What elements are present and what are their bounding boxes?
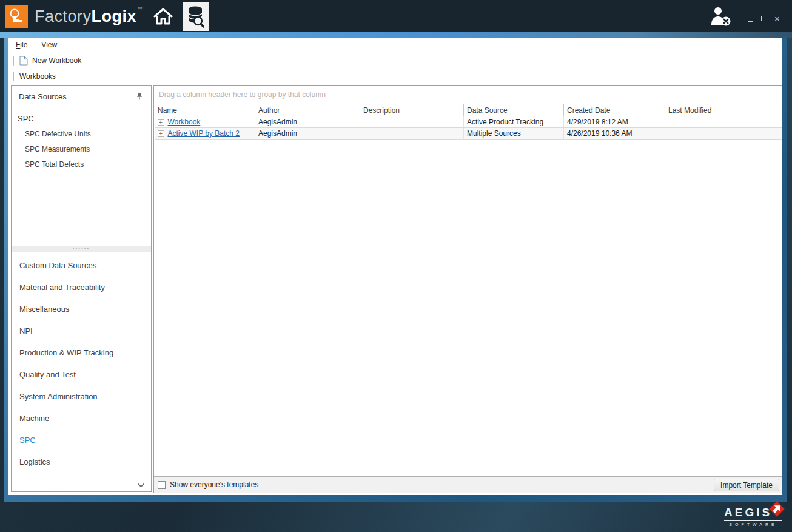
menu-separator [33,41,33,50]
factorylogix-logo-icon [5,5,28,28]
aegis-logo-text: AEGIS [724,506,772,519]
aegis-arrow-icon [767,499,787,519]
cell-author: AegisAdmin [255,116,360,128]
logout-user-button[interactable] [709,5,733,27]
sidebar-item-spc-defective-units[interactable]: SPC Defective Units [25,130,151,138]
cell-created-date: 4/26/2019 10:36 AM [564,128,665,140]
window-frame: File View New Workbook Workbooks [4,38,787,502]
sidebar-item-spc-total-defects[interactable]: SPC Total Defects [25,160,151,169]
data-sources-title: Data Sources [19,92,67,101]
aegis-logo-tagline: SOFTWARE [724,522,782,527]
category-npi[interactable]: NPI [12,320,151,342]
import-template-button[interactable]: Import Template [714,479,779,491]
minimize-button[interactable] [747,14,754,22]
category-production-wip-tracking[interactable]: Production & WIP Tracking [12,342,151,363]
category-custom-data-sources[interactable]: Custom Data Sources [12,254,151,276]
menu-view[interactable]: View [38,39,61,51]
cell-data-source: Active Product Tracking [464,116,564,128]
tab-workbooks[interactable]: Workbooks [19,72,56,81]
category-machine[interactable]: Machine [12,407,151,429]
spc-group-header[interactable]: SPC [18,114,151,123]
menu-bar: File View [8,38,782,52]
menu-file[interactable]: File [12,39,31,51]
title-bar: FactoryLogix™ [0,0,792,32]
close-button[interactable]: × [773,14,781,22]
sidebar-item-spc-measurements[interactable]: SPC Measurements [25,145,151,153]
cell-last-modified [665,128,782,140]
pin-icon[interactable] [136,93,143,101]
cell-description [360,116,464,128]
cell-data-source: Multiple Sources [464,128,564,140]
workbook-link[interactable]: Active WIP by Batch 2 [168,129,240,138]
table-row[interactable]: +Active WIP by Batch 2 AegisAdmin Multip… [155,128,782,140]
cell-last-modified [665,116,782,128]
show-everyones-templates-checkbox[interactable] [158,481,166,489]
tabrow-grip[interactable] [13,72,15,81]
user-logout-icon [709,5,733,27]
category-system-administration[interactable]: System Administration [12,385,151,407]
desktop-background: FactoryLogix™ [0,0,792,532]
column-header-name[interactable]: Name [155,104,255,116]
group-by-drop-area[interactable]: Drag a column header here to group by th… [154,86,782,104]
panel-splitter[interactable]: ...... [12,246,151,252]
cell-author: AegisAdmin [255,128,360,140]
workbooks-table: Name Author Description Data Source Crea… [154,104,782,140]
window-frame-top [0,32,792,38]
home-icon [153,7,173,25]
tab-row: Workbooks [8,69,782,84]
category-spc[interactable]: SPC [12,429,151,451]
category-miscellaneous[interactable]: Miscellaneous [12,298,151,320]
cell-created-date: 4/29/2019 8:12 AM [564,116,665,128]
table-header-row: Name Author Description Data Source Crea… [155,104,782,116]
app-title: FactoryLogix™ [35,6,143,26]
home-button[interactable] [150,1,176,31]
expand-row-icon[interactable]: + [158,130,164,137]
aegis-software-logo: AEGIS SOFTWARE [724,506,782,527]
column-header-description[interactable]: Description [360,104,464,116]
grid-footer-bar: Show everyone's templates Import Templat… [154,476,782,493]
database-search-icon [187,6,204,28]
table-row[interactable]: +Workbook AegisAdmin Active Product Trac… [155,116,782,128]
maximize-icon [761,16,767,21]
category-logistics[interactable]: Logistics [12,451,151,473]
data-sources-panel: Data Sources SPC SPC Defective Units SPC… [11,85,152,492]
workbook-link[interactable]: Workbook [168,118,201,126]
cell-description [360,128,464,140]
checkbox-label: Show everyone's templates [170,480,258,489]
workbooks-grid-panel: Drag a column header here to group by th… [153,85,782,493]
category-quality-and-test[interactable]: Quality and Test [12,363,151,385]
window-content: File View New Workbook Workbooks [8,38,782,495]
aegis-logo-underline [724,520,782,521]
column-header-created-date[interactable]: Created Date [564,104,665,116]
expand-row-icon[interactable]: + [158,119,164,126]
column-header-data-source[interactable]: Data Source [464,104,564,116]
close-icon: × [774,15,780,22]
toolbar-grip[interactable] [13,56,15,66]
new-workbook-icon [19,56,28,66]
maximize-button[interactable] [760,14,768,22]
toolbar: New Workbook [8,52,782,69]
category-list: Custom Data Sources Material and Traceab… [12,252,151,491]
column-header-last-modified[interactable]: Last Modified [665,104,782,116]
data-explorer-button[interactable] [183,2,209,31]
minimize-icon [748,16,753,22]
column-header-author[interactable]: Author [255,104,360,116]
category-material-and-traceability[interactable]: Material and Traceability [12,276,151,298]
new-workbook-button[interactable]: New Workbook [32,56,81,65]
chevron-down-icon[interactable] [137,483,145,488]
